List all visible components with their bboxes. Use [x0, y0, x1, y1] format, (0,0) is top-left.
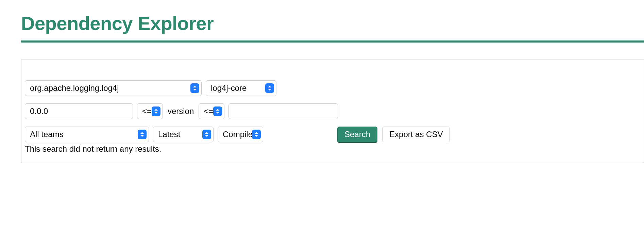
scope-select[interactable]: Compile [218, 127, 263, 142]
export-csv-button[interactable]: Export as CSV [382, 127, 450, 142]
group-id-value: org.apache.logging.log4j [25, 81, 201, 96]
team-value: All teams [25, 127, 149, 142]
chevron-updown-icon [190, 83, 199, 93]
chevron-updown-icon [213, 106, 222, 116]
lower-op-select[interactable]: <= [137, 103, 163, 119]
row-filters: All teams Latest Compile Search Export a… [25, 127, 640, 142]
title-divider [21, 40, 644, 43]
chevron-updown-icon [152, 106, 160, 116]
version-label: version [167, 106, 194, 116]
team-select[interactable]: All teams [25, 127, 149, 142]
flag-select[interactable]: Latest [153, 127, 214, 142]
search-button[interactable]: Search [337, 127, 377, 142]
row-artifact: org.apache.logging.log4j log4j-core [25, 80, 640, 96]
upper-op-select[interactable]: <= [199, 103, 224, 119]
chevron-updown-icon [265, 83, 274, 93]
chevron-updown-icon [202, 130, 211, 139]
action-buttons: Search Export as CSV [337, 127, 450, 142]
no-results-message: This search did not return any results. [25, 144, 640, 154]
lower-version-input[interactable] [25, 103, 133, 119]
search-panel: org.apache.logging.log4j log4j-core <= v… [21, 60, 644, 163]
artifact-id-select[interactable]: log4j-core [206, 80, 276, 96]
chevron-updown-icon [138, 130, 147, 139]
page-title: Dependency Explorer [0, 0, 644, 40]
upper-version-input[interactable] [228, 103, 338, 119]
group-id-select[interactable]: org.apache.logging.log4j [25, 80, 202, 96]
row-version-range: <= version <= [25, 103, 640, 119]
chevron-updown-icon [252, 130, 261, 139]
